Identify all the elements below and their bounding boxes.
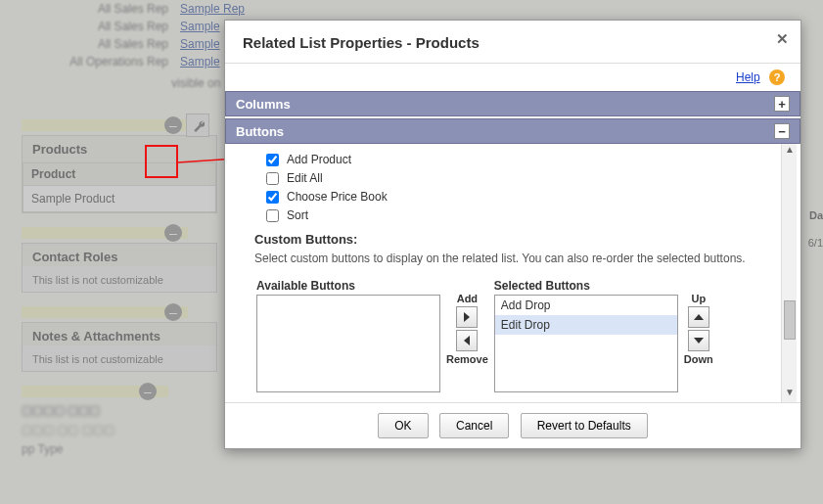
standard-button-row[interactable]: Choose Price Book (266, 190, 773, 204)
move-up-button[interactable] (688, 306, 709, 328)
buttons-section-header[interactable]: Buttons − (225, 118, 800, 144)
add-label: Add (457, 293, 478, 304)
dialog-title: Related List Properties - Products (243, 34, 480, 51)
remove-button[interactable] (456, 330, 478, 351)
chevron-up-icon (694, 313, 704, 321)
collapse-buttons-button[interactable]: − (774, 123, 790, 139)
move-down-button[interactable] (688, 330, 709, 351)
standard-button-checkbox[interactable] (266, 209, 279, 222)
list-item[interactable]: Edit Drop (495, 315, 677, 335)
standard-button-checkbox[interactable] (266, 191, 279, 204)
svg-marker-5 (694, 338, 704, 344)
standard-button-row[interactable]: Sort (266, 208, 773, 222)
chevron-right-icon (463, 312, 471, 322)
revert-defaults-button[interactable]: Revert to Defaults (521, 413, 648, 438)
remove-label: Remove (446, 353, 488, 365)
standard-button-label: Add Product (287, 153, 351, 166)
standard-button-checkbox[interactable] (266, 154, 279, 166)
standard-button-label: Sort (287, 208, 308, 222)
custom-buttons-description: Select custom buttons to display on the … (254, 251, 773, 267)
chevron-down-icon (694, 337, 704, 344)
scroll-up-icon[interactable]: ▲ (782, 144, 798, 160)
selected-buttons-label: Selected Buttons (494, 279, 678, 293)
expand-columns-button[interactable]: + (774, 96, 790, 112)
svg-marker-2 (464, 312, 470, 322)
custom-buttons-heading: Custom Buttons: (254, 232, 773, 247)
scrollbar[interactable]: ▲ ▼ (781, 144, 797, 402)
scroll-thumb[interactable] (784, 300, 796, 340)
list-item[interactable]: Add Drop (495, 296, 677, 315)
add-button[interactable] (456, 306, 478, 328)
help-link[interactable]: Help (736, 70, 760, 84)
selected-buttons-listbox[interactable]: Add Drop Edit Drop (494, 295, 678, 392)
help-icon[interactable]: ? (769, 69, 785, 85)
standard-button-label: Choose Price Book (287, 190, 388, 204)
chevron-left-icon (463, 336, 471, 345)
dialog-close-button[interactable]: ✕ (773, 30, 791, 48)
standard-button-checkbox[interactable] (266, 172, 279, 185)
columns-section-header[interactable]: Columns + (225, 91, 800, 116)
down-label: Down (684, 353, 713, 365)
cancel-button[interactable]: Cancel (439, 413, 509, 438)
columns-section-label: Columns (236, 97, 291, 112)
scroll-down-icon[interactable]: ▼ (782, 387, 798, 402)
related-list-properties-dialog: Related List Properties - Products ✕ Hel… (224, 20, 801, 449)
standard-button-row[interactable]: Add Product (266, 153, 773, 166)
standard-button-label: Edit All (287, 171, 323, 185)
available-buttons-label: Available Buttons (256, 279, 440, 293)
buttons-section-label: Buttons (236, 124, 284, 139)
available-buttons-listbox[interactable] (256, 295, 440, 392)
up-label: Up (691, 293, 706, 304)
ok-button[interactable]: OK (378, 413, 428, 438)
svg-marker-4 (694, 314, 704, 320)
standard-button-row[interactable]: Edit All (266, 171, 773, 185)
svg-marker-3 (464, 336, 470, 345)
